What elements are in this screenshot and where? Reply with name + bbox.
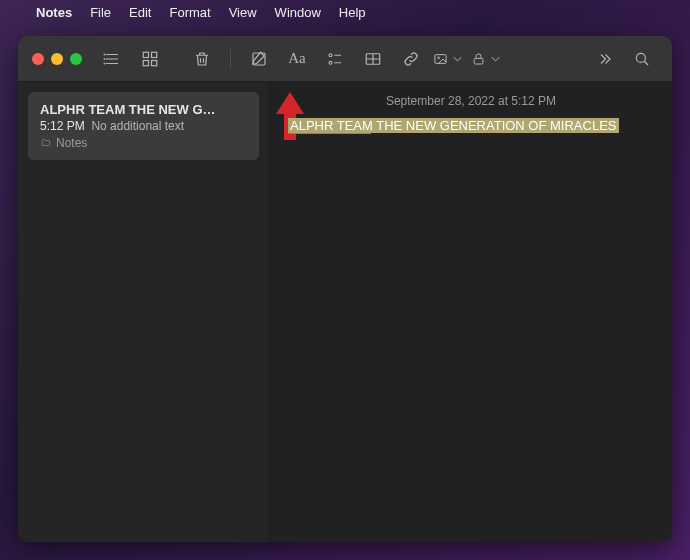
maximize-button[interactable]	[70, 53, 82, 65]
svg-rect-7	[152, 52, 157, 57]
chevron-down-icon	[450, 50, 465, 68]
sidebar: ALPHR TEAM THE NEW G… 5:12 PM No additio…	[18, 82, 270, 542]
grid-view-button[interactable]	[134, 45, 166, 73]
list-view-button[interactable]	[96, 45, 128, 73]
window-content: ALPHR TEAM THE NEW G… 5:12 PM No additio…	[18, 82, 672, 542]
svg-point-3	[104, 54, 105, 55]
note-body-text[interactable]: ALPHR TEAM THE NEW GENERATION OF MIRACLE…	[288, 118, 619, 133]
toolbar-divider	[230, 49, 231, 69]
svg-rect-22	[474, 58, 483, 64]
app-name[interactable]: Notes	[36, 5, 72, 20]
menu-help[interactable]: Help	[339, 5, 366, 20]
svg-rect-6	[143, 52, 148, 57]
note-timestamp: September 28, 2022 at 5:12 PM	[288, 94, 654, 108]
editor-pane[interactable]: September 28, 2022 at 5:12 PM ALPHR TEAM…	[270, 82, 672, 542]
folder-icon	[40, 138, 52, 148]
close-button[interactable]	[32, 53, 44, 65]
note-item-folder: Notes	[40, 136, 247, 150]
note-item-title: ALPHR TEAM THE NEW G…	[40, 102, 247, 117]
toolbar: Aa	[18, 36, 672, 82]
note-list-item[interactable]: ALPHR TEAM THE NEW G… 5:12 PM No additio…	[28, 92, 259, 160]
svg-point-4	[104, 58, 105, 59]
svg-point-23	[636, 53, 645, 62]
media-button[interactable]	[433, 45, 465, 73]
svg-point-5	[104, 63, 105, 64]
svg-rect-8	[143, 60, 148, 65]
compose-button[interactable]	[243, 45, 275, 73]
chevron-down-icon	[488, 50, 503, 68]
menu-window[interactable]: Window	[275, 5, 321, 20]
system-menubar: Notes File Edit Format View Window Help	[0, 0, 690, 24]
minimize-button[interactable]	[51, 53, 63, 65]
svg-point-21	[438, 56, 440, 58]
menu-format[interactable]: Format	[169, 5, 210, 20]
menu-edit[interactable]: Edit	[129, 5, 151, 20]
table-button[interactable]	[357, 45, 389, 73]
delete-button[interactable]	[186, 45, 218, 73]
notes-window: Aa ALPHR TEAM THE NEW G…	[18, 36, 672, 542]
overflow-button[interactable]	[588, 45, 620, 73]
lock-button[interactable]	[471, 45, 503, 73]
window-controls	[32, 53, 82, 65]
svg-point-13	[329, 53, 332, 56]
format-button[interactable]: Aa	[281, 45, 313, 73]
svg-point-15	[329, 61, 332, 64]
note-item-subtitle: 5:12 PM No additional text	[40, 119, 247, 133]
svg-rect-9	[152, 60, 157, 65]
svg-line-24	[644, 61, 648, 65]
menu-file[interactable]: File	[90, 5, 111, 20]
link-button[interactable]	[395, 45, 427, 73]
search-button[interactable]	[626, 45, 658, 73]
menu-view[interactable]: View	[229, 5, 257, 20]
checklist-button[interactable]	[319, 45, 351, 73]
